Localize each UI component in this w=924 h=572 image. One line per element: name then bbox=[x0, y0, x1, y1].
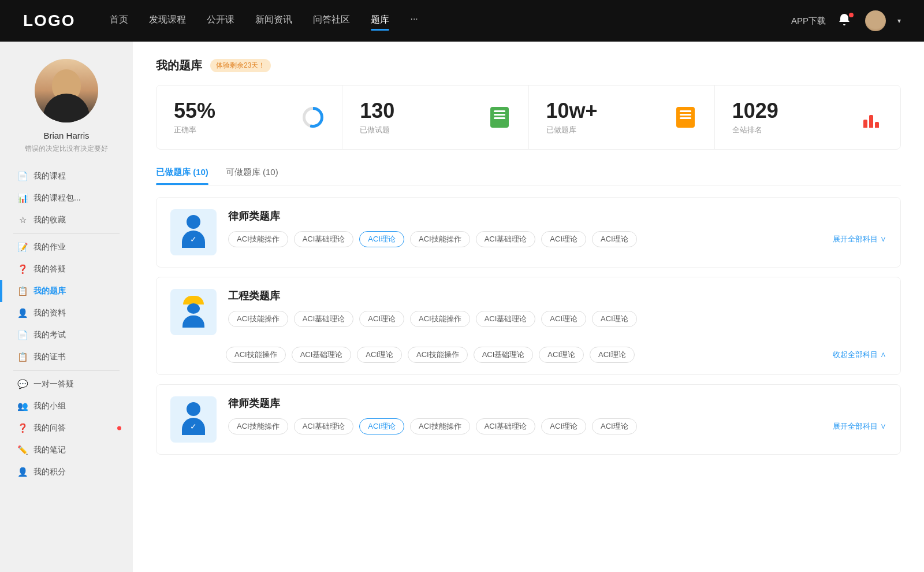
eng-tag-11[interactable]: ACI技能操作 bbox=[408, 347, 468, 363]
quiz-tags-lawyer2: ACI技能操作 ACI基础理论 ACI理论 ACI技能操作 ACI基础理论 AC… bbox=[228, 418, 886, 434]
stat-accuracy: 55% 正确率 bbox=[157, 86, 342, 149]
lawyer-head-2 bbox=[187, 402, 200, 416]
sidebar-item-course-packages[interactable]: 📊 我的课程包... bbox=[0, 187, 133, 209]
sidebar-item-qa[interactable]: ❓ 我的答疑 bbox=[0, 258, 133, 280]
tab-available-banks[interactable]: 可做题库 (10) bbox=[226, 167, 278, 185]
stats-row: 55% 正确率 130 已做试题 bbox=[156, 85, 901, 150]
certificate-icon: 📋 bbox=[17, 352, 28, 362]
nav-discover[interactable]: 发现课程 bbox=[149, 14, 186, 28]
stat-done-questions: 130 已做试题 bbox=[342, 86, 528, 149]
stat-done-banks-label: 已做题库 bbox=[546, 125, 665, 135]
points-icon: 👤 bbox=[17, 467, 28, 477]
sidebar-item-homework[interactable]: 📝 我的作业 bbox=[0, 236, 133, 258]
eng-tag-14[interactable]: ACI理论 bbox=[590, 347, 635, 363]
my-courses-icon: 📄 bbox=[17, 171, 28, 181]
tag-7[interactable]: ACI理论 bbox=[592, 231, 637, 247]
engineer-figure-1 bbox=[179, 296, 208, 328]
sidebar-item-tutoring[interactable]: 💬 一对一答疑 bbox=[0, 373, 133, 395]
avatar[interactable] bbox=[865, 10, 886, 31]
tag-5[interactable]: ACI基础理论 bbox=[476, 231, 536, 247]
stat-accuracy-value: 55% bbox=[174, 99, 292, 122]
nav-opencourse[interactable]: 公开课 bbox=[207, 14, 234, 28]
sidebar-item-label: 一对一答疑 bbox=[33, 379, 74, 389]
stat-done-questions-group: 130 已做试题 bbox=[360, 99, 478, 135]
eng-tag-10[interactable]: ACI理论 bbox=[357, 347, 402, 363]
stat-accuracy-icon-wrap bbox=[301, 106, 325, 129]
sidebar-item-my-courses[interactable]: 📄 我的课程 bbox=[0, 165, 133, 187]
quiz-card-header-engineer1: 工程类题库 ACI技能操作 ACI基础理论 ACI理论 ACI技能操作 ACI基… bbox=[157, 277, 900, 347]
eng-tag-9[interactable]: ACI基础理论 bbox=[292, 347, 352, 363]
logo[interactable]: LOGO bbox=[23, 12, 75, 30]
l2-tag-7[interactable]: ACI理论 bbox=[592, 418, 637, 434]
main-layout: Brian Harris 错误的决定比没有决定要好 📄 我的课程 📊 我的课程包… bbox=[0, 42, 924, 572]
eng-tag-5[interactable]: ACI基础理论 bbox=[476, 311, 536, 327]
lawyer-icon-wrap-2: ✓ bbox=[170, 396, 217, 443]
stat-done-banks-group: 10w+ 已做题库 bbox=[546, 99, 665, 135]
doc-icon bbox=[490, 107, 509, 128]
l2-tag-1[interactable]: ACI技能操作 bbox=[228, 418, 288, 434]
nav-more[interactable]: ··· bbox=[410, 14, 418, 28]
list-icon bbox=[676, 107, 695, 128]
l2-tag-5[interactable]: ACI基础理论 bbox=[476, 418, 536, 434]
nav-qa[interactable]: 问答社区 bbox=[313, 14, 350, 28]
quiz-card-lawyer2: ✓ 律师类题库 ACI技能操作 ACI基础理论 ACI理论 ACI技能操作 AC… bbox=[156, 384, 901, 455]
collapse-link-engineer1[interactable]: 收起全部科目 ∧ bbox=[833, 350, 886, 360]
eng-tag-12[interactable]: ACI基础理论 bbox=[474, 347, 534, 363]
sidebar-item-label: 我的积分 bbox=[33, 467, 66, 477]
quiz-info-engineer1: 工程类题库 ACI技能操作 ACI基础理论 ACI理论 ACI技能操作 ACI基… bbox=[228, 289, 886, 327]
course-packages-icon: 📊 bbox=[17, 193, 28, 203]
sidebar-item-exam[interactable]: 📄 我的考试 bbox=[0, 324, 133, 346]
eng-tag-7[interactable]: ACI理论 bbox=[592, 311, 637, 327]
eng-tag-6[interactable]: ACI理论 bbox=[541, 311, 586, 327]
accuracy-pie-icon bbox=[303, 107, 323, 128]
sidebar-item-points[interactable]: 👤 我的积分 bbox=[0, 461, 133, 483]
account-chevron-icon[interactable]: ▾ bbox=[897, 17, 901, 25]
quiz-name-lawyer1: 律师类题库 bbox=[228, 209, 886, 223]
stat-done-banks: 10w+ 已做题库 bbox=[529, 86, 715, 149]
sidebar-item-my-qa[interactable]: ❓ 我的问答 bbox=[0, 417, 133, 439]
quiz-bank-icon: 📋 bbox=[17, 286, 28, 296]
sidebar-item-certificate[interactable]: 📋 我的证书 bbox=[0, 346, 133, 368]
tag-4[interactable]: ACI技能操作 bbox=[410, 231, 470, 247]
sidebar-item-label: 我的小组 bbox=[33, 401, 66, 411]
nav-right: APP下载 ▾ bbox=[791, 10, 901, 31]
sidebar-item-favorites[interactable]: ☆ 我的收藏 bbox=[0, 209, 133, 231]
sidebar: Brian Harris 错误的决定比没有决定要好 📄 我的课程 📊 我的课程包… bbox=[0, 42, 133, 572]
stat-done-questions-value: 130 bbox=[360, 99, 478, 122]
tab-done-banks[interactable]: 已做题库 (10) bbox=[156, 167, 208, 185]
notification-bell[interactable] bbox=[837, 13, 854, 29]
sidebar-item-quiz-bank[interactable]: 📋 我的题库 bbox=[0, 280, 133, 302]
l2-tag-2[interactable]: ACI基础理论 bbox=[294, 418, 354, 434]
l2-tag-3-selected[interactable]: ACI理论 bbox=[359, 418, 404, 434]
tutoring-icon: 💬 bbox=[17, 379, 28, 389]
sidebar-item-groups[interactable]: 👥 我的小组 bbox=[0, 395, 133, 417]
sidebar-item-notes[interactable]: ✏️ 我的笔记 bbox=[0, 439, 133, 461]
eng-tag-13[interactable]: ACI理论 bbox=[539, 347, 584, 363]
stat-rank-label: 全站排名 bbox=[732, 125, 851, 135]
page-title: 我的题库 bbox=[156, 58, 202, 73]
eng-tag-1[interactable]: ACI技能操作 bbox=[228, 311, 288, 327]
stat-done-questions-label: 已做试题 bbox=[360, 125, 478, 135]
nav-news[interactable]: 新闻资讯 bbox=[255, 14, 292, 28]
tag-6[interactable]: ACI理论 bbox=[541, 231, 586, 247]
expand-link-lawyer2[interactable]: 展开全部科目 ∨ bbox=[833, 421, 886, 432]
eng-tag-8[interactable]: ACI技能操作 bbox=[226, 347, 286, 363]
nav-home[interactable]: 首页 bbox=[110, 14, 128, 28]
expand-link-lawyer1[interactable]: 展开全部科目 ∨ bbox=[833, 234, 886, 244]
eng-tag-4[interactable]: ACI技能操作 bbox=[410, 311, 470, 327]
nav-quiz[interactable]: 题库 bbox=[371, 14, 389, 28]
sidebar-item-label: 我的考试 bbox=[33, 330, 66, 340]
tag-3-selected[interactable]: ACI理论 bbox=[359, 231, 404, 247]
app-download-link[interactable]: APP下载 bbox=[791, 16, 826, 27]
rank-chart-icon bbox=[862, 107, 881, 128]
tag-2[interactable]: ACI基础理论 bbox=[294, 231, 354, 247]
eng-tag-3[interactable]: ACI理论 bbox=[359, 311, 404, 327]
sidebar-item-profile[interactable]: 👤 我的资料 bbox=[0, 302, 133, 324]
sidebar-item-label: 我的收藏 bbox=[33, 215, 66, 225]
pie-inner bbox=[305, 110, 321, 125]
l2-tag-6[interactable]: ACI理论 bbox=[541, 418, 586, 434]
quiz-tags-lawyer1: ACI技能操作 ACI基础理论 ACI理论 ACI技能操作 ACI基础理论 AC… bbox=[228, 231, 886, 247]
eng-tag-2[interactable]: ACI基础理论 bbox=[294, 311, 354, 327]
l2-tag-4[interactable]: ACI技能操作 bbox=[410, 418, 470, 434]
tag-1[interactable]: ACI技能操作 bbox=[228, 231, 288, 247]
